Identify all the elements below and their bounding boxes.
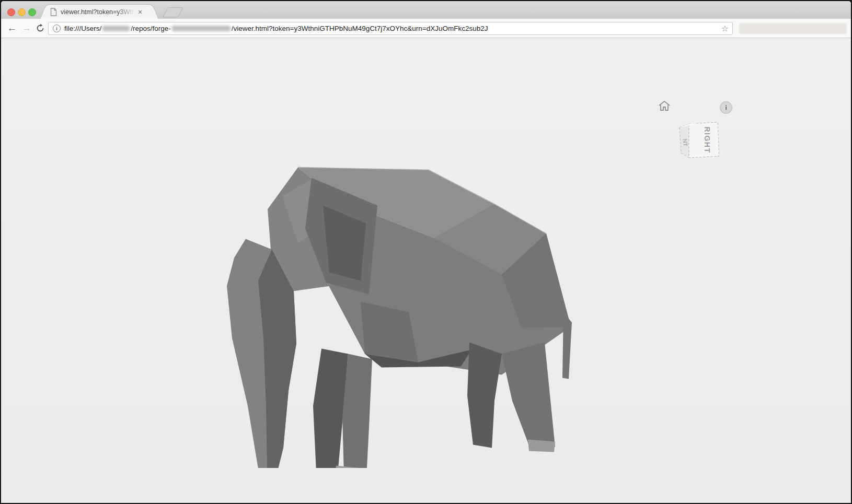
tab-content: viewer.html?token=y3WthniGT × bbox=[49, 5, 149, 19]
viewcube[interactable]: RIGHT NT bbox=[677, 120, 721, 161]
close-window-button[interactable] bbox=[7, 8, 15, 16]
reload-button[interactable] bbox=[33, 21, 47, 35]
forward-button[interactable]: → bbox=[20, 21, 33, 35]
viewcube-face-label: RIGHT bbox=[703, 126, 711, 153]
browser-toolbar: ← → i file:///Users//repos/forge-/viewer… bbox=[1, 19, 851, 38]
redacted-username bbox=[102, 26, 130, 31]
redacted-path bbox=[172, 26, 231, 31]
viewcube-adjacent-label: NT bbox=[682, 138, 689, 147]
reload-icon bbox=[36, 24, 45, 33]
forge-viewer-canvas[interactable]: i RIGHT NT bbox=[1, 38, 851, 503]
redacted-extensions-area bbox=[739, 23, 847, 34]
bookmark-star-icon[interactable]: ☆ bbox=[721, 24, 729, 33]
window-content: viewer.html?token=y3WthniGT × ← → i file… bbox=[1, 1, 851, 503]
back-button[interactable]: ← bbox=[5, 21, 19, 35]
tab-title: viewer.html?token=y3WthniGT bbox=[61, 8, 135, 16]
page-info-icon[interactable]: i bbox=[53, 25, 61, 32]
new-tab-button[interactable] bbox=[163, 7, 183, 17]
zoom-window-button[interactable] bbox=[28, 8, 36, 16]
tab-close-icon[interactable]: × bbox=[138, 8, 142, 16]
elephant-3d-model[interactable] bbox=[209, 99, 578, 468]
active-tab[interactable]: viewer.html?token=y3WthniGT × bbox=[49, 4, 149, 19]
tab-title-fade bbox=[117, 8, 135, 16]
address-bar[interactable]: i file:///Users//repos/forge-/viewer.htm… bbox=[48, 22, 733, 35]
page-favicon-icon bbox=[50, 8, 57, 16]
url-text: file:///Users//repos/forge-/viewer.html?… bbox=[64, 25, 488, 32]
viewer-info-button[interactable]: i bbox=[720, 101, 732, 114]
browser-window: viewer.html?token=y3WthniGT × ← → i file… bbox=[0, 0, 852, 504]
home-view-button[interactable] bbox=[658, 99, 671, 113]
tab-strip: viewer.html?token=y3WthniGT × bbox=[1, 1, 851, 19]
minimize-window-button[interactable] bbox=[18, 8, 26, 16]
